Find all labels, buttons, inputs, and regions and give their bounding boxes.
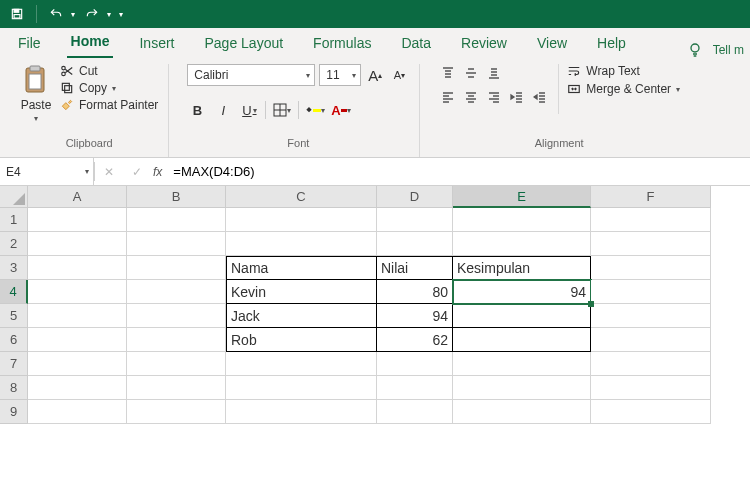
cell-F4[interactable] <box>591 280 711 304</box>
cell-B5[interactable] <box>127 304 226 328</box>
cell-D1[interactable] <box>377 208 453 232</box>
decrease-font-icon[interactable]: A▾ <box>389 65 409 85</box>
cell-E8[interactable] <box>453 376 591 400</box>
undo-icon[interactable] <box>43 2 69 26</box>
cell-C3[interactable]: Nama <box>226 256 377 280</box>
cell-C8[interactable] <box>226 376 377 400</box>
align-middle-button[interactable] <box>461 64 481 82</box>
cell-D4[interactable]: 80 <box>377 280 453 304</box>
cell-E2[interactable] <box>453 232 591 256</box>
cell-F8[interactable] <box>591 376 711 400</box>
align-left-button[interactable] <box>438 88 458 106</box>
cell-C6[interactable]: Rob <box>226 328 377 352</box>
cell-C9[interactable] <box>226 400 377 424</box>
row-head-4[interactable]: 4 <box>0 280 28 304</box>
cell-C7[interactable] <box>226 352 377 376</box>
cell-A2[interactable] <box>28 232 127 256</box>
cell-E1[interactable] <box>453 208 591 232</box>
col-head-A[interactable]: A <box>28 186 127 208</box>
cell-B3[interactable] <box>127 256 226 280</box>
cell-E9[interactable] <box>453 400 591 424</box>
col-head-F[interactable]: F <box>591 186 711 208</box>
merge-center-button[interactable]: Merge & Center▾ <box>567 82 680 96</box>
cell-B9[interactable] <box>127 400 226 424</box>
cut-button[interactable]: Cut <box>60 64 158 78</box>
name-box[interactable]: E4▾ <box>0 158 94 185</box>
cell-F9[interactable] <box>591 400 711 424</box>
underline-button[interactable]: U▾ <box>239 100 259 120</box>
tab-view[interactable]: View <box>533 29 571 58</box>
cell-F2[interactable] <box>591 232 711 256</box>
fill-color-button[interactable]: ▾ <box>305 100 325 120</box>
cell-A1[interactable] <box>28 208 127 232</box>
align-right-button[interactable] <box>484 88 504 106</box>
undo-more-icon[interactable]: ▾ <box>71 10 75 19</box>
cell-C4[interactable]: Kevin <box>226 280 377 304</box>
tab-file[interactable]: File <box>14 29 45 58</box>
cell-F1[interactable] <box>591 208 711 232</box>
enter-formula-icon[interactable]: ✓ <box>123 165 151 179</box>
cell-A4[interactable] <box>28 280 127 304</box>
cell-C1[interactable] <box>226 208 377 232</box>
tab-formulas[interactable]: Formulas <box>309 29 375 58</box>
wrap-text-button[interactable]: Wrap Text <box>567 64 680 78</box>
cell-C5[interactable]: Jack <box>226 304 377 328</box>
row-head-6[interactable]: 6 <box>0 328 28 352</box>
cell-C2[interactable] <box>226 232 377 256</box>
cell-F5[interactable] <box>591 304 711 328</box>
cell-E4[interactable]: 94 <box>453 280 591 304</box>
cell-F3[interactable] <box>591 256 711 280</box>
cell-D7[interactable] <box>377 352 453 376</box>
cell-E5[interactable] <box>453 304 591 328</box>
cell-A6[interactable] <box>28 328 127 352</box>
cell-B7[interactable] <box>127 352 226 376</box>
tell-me-label[interactable]: Tell m <box>713 43 744 57</box>
cell-A3[interactable] <box>28 256 127 280</box>
cell-D3[interactable]: Nilai <box>377 256 453 280</box>
select-all-corner[interactable] <box>0 186 28 208</box>
cancel-formula-icon[interactable]: ✕ <box>95 165 123 179</box>
tab-insert[interactable]: Insert <box>135 29 178 58</box>
font-size-select[interactable]: 11▾ <box>319 64 361 86</box>
row-head-7[interactable]: 7 <box>0 352 28 376</box>
cell-B8[interactable] <box>127 376 226 400</box>
cell-D6[interactable]: 62 <box>377 328 453 352</box>
cell-B2[interactable] <box>127 232 226 256</box>
cell-F6[interactable] <box>591 328 711 352</box>
tab-review[interactable]: Review <box>457 29 511 58</box>
row-head-2[interactable]: 2 <box>0 232 28 256</box>
worksheet[interactable]: A B C D E F 1 2 3 4 5 6 7 8 9 NamaNilaiK… <box>0 186 750 500</box>
align-center-button[interactable] <box>461 88 481 106</box>
cell-A8[interactable] <box>28 376 127 400</box>
font-color-button[interactable]: A▾ <box>331 100 351 120</box>
cell-A9[interactable] <box>28 400 127 424</box>
save-icon[interactable] <box>4 2 30 26</box>
fill-handle[interactable] <box>588 301 594 307</box>
fx-icon[interactable]: fx <box>153 165 162 179</box>
col-head-C[interactable]: C <box>226 186 377 208</box>
cell-B1[interactable] <box>127 208 226 232</box>
paste-more-icon[interactable]: ▾ <box>34 114 38 123</box>
tab-data[interactable]: Data <box>397 29 435 58</box>
cell-E7[interactable] <box>453 352 591 376</box>
decrease-indent-button[interactable] <box>507 88 527 106</box>
cell-F7[interactable] <box>591 352 711 376</box>
qat-customize-icon[interactable]: ▾ <box>119 10 123 19</box>
cell-E3[interactable]: Kesimpulan <box>453 256 591 280</box>
tab-help[interactable]: Help <box>593 29 630 58</box>
cell-B4[interactable] <box>127 280 226 304</box>
tab-home[interactable]: Home <box>67 27 114 58</box>
paste-button[interactable]: Paste ▾ <box>20 64 52 123</box>
row-head-3[interactable]: 3 <box>0 256 28 280</box>
cell-D8[interactable] <box>377 376 453 400</box>
align-bottom-button[interactable] <box>484 64 504 82</box>
tab-page-layout[interactable]: Page Layout <box>200 29 287 58</box>
row-head-1[interactable]: 1 <box>0 208 28 232</box>
copy-button[interactable]: Copy▾ <box>60 81 158 95</box>
font-name-select[interactable]: Calibri▾ <box>187 64 315 86</box>
col-head-E[interactable]: E <box>453 186 591 208</box>
align-top-button[interactable] <box>438 64 458 82</box>
row-head-9[interactable]: 9 <box>0 400 28 424</box>
format-painter-button[interactable]: Format Painter <box>60 98 158 112</box>
redo-icon[interactable] <box>79 2 105 26</box>
